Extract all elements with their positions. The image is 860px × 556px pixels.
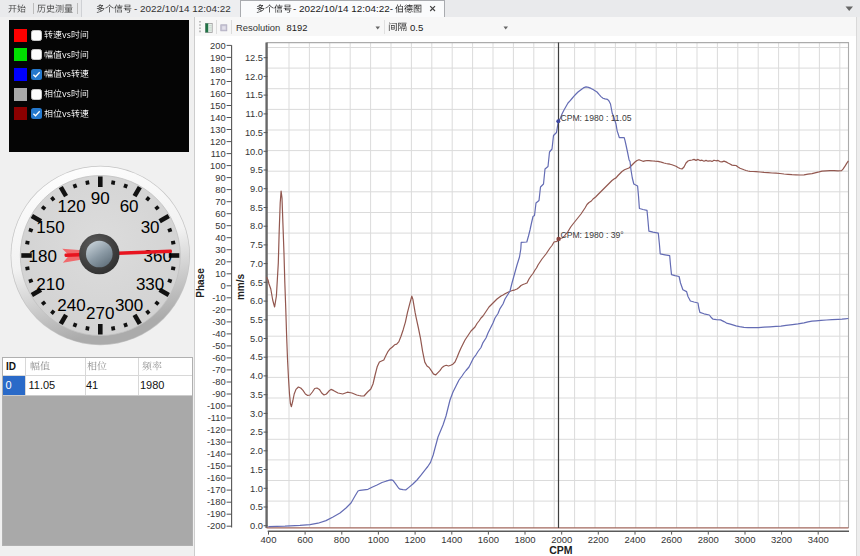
svg-text:1400: 1400 bbox=[441, 534, 462, 545]
svg-text:-70: -70 bbox=[212, 365, 225, 375]
svg-text:20: 20 bbox=[215, 257, 225, 267]
svg-text:-120: -120 bbox=[207, 425, 226, 435]
svg-text:1600: 1600 bbox=[478, 534, 499, 545]
svg-text:11.0: 11.0 bbox=[246, 109, 263, 119]
svg-text:170: 170 bbox=[210, 77, 226, 87]
svg-text:-80: -80 bbox=[212, 377, 225, 387]
svg-text:360: 360 bbox=[144, 247, 172, 266]
svg-text:100: 100 bbox=[210, 161, 226, 171]
svg-text:7.0: 7.0 bbox=[250, 259, 263, 269]
svg-text:10: 10 bbox=[215, 269, 225, 279]
svg-text:180: 180 bbox=[29, 247, 57, 266]
svg-text:600: 600 bbox=[297, 534, 313, 545]
svg-text:200: 200 bbox=[210, 41, 226, 51]
svg-text:0: 0 bbox=[220, 281, 225, 291]
svg-text:0.5: 0.5 bbox=[250, 502, 263, 512]
svg-text:-200: -200 bbox=[207, 521, 226, 531]
svg-text:-20: -20 bbox=[212, 305, 225, 315]
svg-text:5.5: 5.5 bbox=[250, 315, 263, 325]
svg-text:9.5: 9.5 bbox=[250, 165, 263, 175]
svg-text:1.5: 1.5 bbox=[250, 465, 263, 475]
svg-text:90: 90 bbox=[215, 173, 225, 183]
svg-text:10.5: 10.5 bbox=[245, 128, 263, 138]
svg-text:90: 90 bbox=[91, 189, 110, 208]
svg-text:-50: -50 bbox=[212, 341, 225, 351]
svg-text:2.5: 2.5 bbox=[250, 427, 263, 437]
svg-text:-140: -140 bbox=[207, 449, 226, 459]
svg-text:9.0: 9.0 bbox=[250, 184, 263, 194]
svg-text:CPM: CPM bbox=[549, 544, 573, 556]
svg-text:CPM: 1980 : 39°: CPM: 1980 : 39° bbox=[561, 230, 624, 240]
svg-text:mm/s: mm/s bbox=[235, 274, 246, 301]
svg-text:-180: -180 bbox=[207, 497, 226, 507]
svg-text:30: 30 bbox=[141, 218, 160, 237]
svg-text:-160: -160 bbox=[207, 473, 226, 483]
svg-text:2800: 2800 bbox=[698, 534, 719, 545]
svg-text:-60: -60 bbox=[212, 353, 225, 363]
svg-text:10.0: 10.0 bbox=[245, 147, 263, 157]
svg-text:4.5: 4.5 bbox=[250, 352, 263, 362]
svg-text:120: 120 bbox=[57, 197, 85, 216]
svg-text:2600: 2600 bbox=[661, 534, 682, 545]
svg-text:7.5: 7.5 bbox=[250, 240, 263, 250]
svg-text:400: 400 bbox=[261, 534, 277, 545]
svg-text:800: 800 bbox=[334, 534, 350, 545]
svg-text:3400: 3400 bbox=[808, 534, 829, 545]
svg-text:6.0: 6.0 bbox=[250, 296, 263, 306]
svg-text:150: 150 bbox=[36, 218, 64, 237]
svg-text:130: 130 bbox=[210, 125, 226, 135]
svg-text:0.0: 0.0 bbox=[250, 521, 263, 531]
svg-text:-30: -30 bbox=[212, 317, 225, 327]
svg-text:120: 120 bbox=[210, 137, 226, 147]
svg-text:-170: -170 bbox=[207, 485, 226, 495]
svg-text:-190: -190 bbox=[207, 509, 226, 519]
svg-text:70: 70 bbox=[215, 197, 225, 207]
svg-text:12.5: 12.5 bbox=[245, 53, 263, 63]
svg-text:-150: -150 bbox=[207, 461, 226, 471]
svg-text:-90: -90 bbox=[212, 389, 225, 399]
svg-text:3.0: 3.0 bbox=[250, 409, 263, 419]
svg-text:12.0: 12.0 bbox=[245, 72, 263, 82]
svg-text:60: 60 bbox=[215, 209, 225, 219]
svg-text:2400: 2400 bbox=[624, 534, 645, 545]
svg-text:-100: -100 bbox=[207, 401, 226, 411]
svg-text:6.5: 6.5 bbox=[250, 278, 263, 288]
svg-text:80: 80 bbox=[215, 185, 225, 195]
svg-text:180: 180 bbox=[210, 65, 226, 75]
svg-text:4.0: 4.0 bbox=[250, 371, 263, 381]
svg-text:8.0: 8.0 bbox=[250, 221, 263, 231]
svg-text:330: 330 bbox=[136, 275, 164, 294]
svg-text:3.5: 3.5 bbox=[250, 390, 263, 400]
svg-text:240: 240 bbox=[57, 296, 85, 315]
svg-text:Phase: Phase bbox=[195, 268, 206, 298]
svg-text:3200: 3200 bbox=[771, 534, 792, 545]
svg-text:60: 60 bbox=[120, 197, 139, 216]
svg-text:5.0: 5.0 bbox=[250, 334, 263, 344]
svg-text:30: 30 bbox=[215, 245, 225, 255]
svg-text:-110: -110 bbox=[208, 413, 226, 423]
svg-text:-130: -130 bbox=[207, 437, 226, 447]
svg-text:1000: 1000 bbox=[368, 534, 389, 545]
svg-text:210: 210 bbox=[36, 275, 64, 294]
svg-text:CPM: 1980 : 11.05: CPM: 1980 : 11.05 bbox=[561, 113, 632, 123]
svg-text:1.0: 1.0 bbox=[250, 484, 263, 494]
svg-text:270: 270 bbox=[86, 304, 114, 323]
svg-text:2.0: 2.0 bbox=[250, 446, 263, 456]
svg-text:160: 160 bbox=[210, 89, 226, 99]
svg-text:-10: -10 bbox=[212, 293, 225, 303]
svg-text:50: 50 bbox=[215, 221, 225, 231]
svg-text:2200: 2200 bbox=[588, 534, 609, 545]
svg-text:1200: 1200 bbox=[405, 534, 426, 545]
svg-text:1800: 1800 bbox=[514, 534, 535, 545]
svg-text:8.5: 8.5 bbox=[250, 203, 263, 213]
svg-text:11.5: 11.5 bbox=[246, 90, 263, 100]
svg-text:300: 300 bbox=[115, 296, 143, 315]
svg-text:190: 190 bbox=[210, 53, 226, 63]
svg-text:3000: 3000 bbox=[734, 534, 755, 545]
svg-text:110: 110 bbox=[211, 149, 226, 159]
svg-text:-40: -40 bbox=[212, 329, 225, 339]
svg-text:150: 150 bbox=[210, 101, 226, 111]
svg-text:40: 40 bbox=[215, 233, 225, 243]
svg-text:140: 140 bbox=[210, 113, 226, 123]
